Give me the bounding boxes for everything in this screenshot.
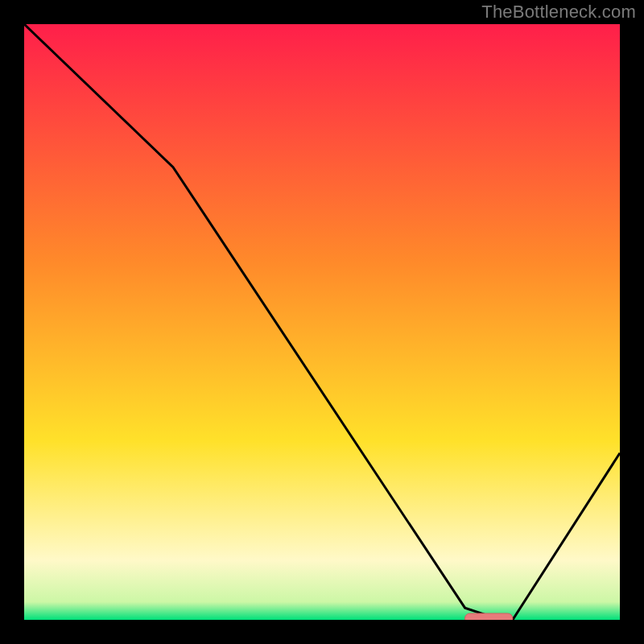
chart-svg — [24, 24, 620, 620]
optimal-range-marker — [465, 613, 513, 620]
chart-container: TheBottleneck.com — [0, 0, 644, 644]
gradient-background — [24, 24, 620, 620]
watermark-text: TheBottleneck.com — [481, 2, 636, 23]
plot-area — [24, 24, 620, 620]
